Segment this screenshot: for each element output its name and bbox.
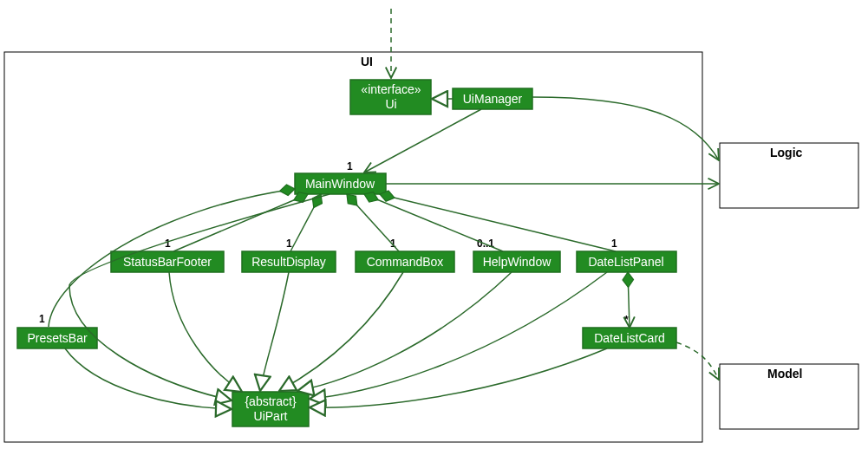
class-ui-part: {abstract} UiPart <box>232 392 309 426</box>
edge-helpwindow-to-uipart <box>297 272 512 391</box>
edge-mainwindow-has-resultdisplay <box>290 194 321 251</box>
class-result-display-name: ResultDisplay <box>251 255 326 269</box>
edge-resultdisplay-to-uipart <box>260 272 289 391</box>
class-date-list-panel-name: DateListPanel <box>588 255 663 269</box>
class-ui-name: Ui <box>385 97 396 111</box>
class-ui-part-stereotype: {abstract} <box>245 394 296 408</box>
class-help-window-name: HelpWindow <box>483 255 551 269</box>
class-ui-stereotype: «interface» <box>361 82 421 96</box>
class-ui-manager-name: UiManager <box>463 92 523 106</box>
mult-help-window: 0..1 <box>477 238 494 250</box>
class-command-box-name: CommandBox <box>367 255 444 269</box>
mult-main-window: 1 <box>347 160 353 172</box>
edge-uimanager-to-mainwindow <box>364 109 481 172</box>
class-status-bar-footer-name: StatusBarFooter <box>123 255 212 269</box>
edge-mainwindow-has-helpwindow <box>364 194 503 251</box>
edge-uimanager-to-logic <box>532 97 719 160</box>
class-date-list-card-name: DateListCard <box>594 331 665 345</box>
class-ui-manager: UiManager <box>453 88 532 109</box>
edge-datelistcard-to-uipart <box>310 348 607 407</box>
class-main-window-name: MainWindow <box>305 177 375 191</box>
mult-presets-bar: 1 <box>39 313 45 325</box>
edge-presetsbar-to-uipart <box>65 348 232 409</box>
class-date-list-panel: DateListPanel <box>577 251 676 272</box>
package-ui-label: UI <box>361 55 373 68</box>
class-help-window: HelpWindow <box>473 251 560 272</box>
mult-status-bar: 1 <box>165 238 171 250</box>
mult-date-list-card: * <box>624 314 629 326</box>
class-presets-bar: PresetsBar <box>17 328 97 348</box>
mult-result-display: 1 <box>286 238 292 250</box>
class-status-bar-footer: StatusBarFooter <box>111 251 224 272</box>
package-logic-label: Logic <box>770 146 803 159</box>
edge-mainwindow-has-datelistpanel <box>380 194 616 251</box>
class-presets-bar-name: PresetsBar <box>27 331 88 345</box>
class-ui-interface: «interface» Ui <box>350 80 431 114</box>
package-model-label: Model <box>767 367 802 381</box>
edge-mainwindow-has-commandbox <box>347 194 399 251</box>
mult-date-list-panel: 1 <box>611 238 617 250</box>
edge-commandbox-to-uipart <box>279 272 403 391</box>
class-date-list-card: DateListCard <box>583 328 676 348</box>
class-command-box: CommandBox <box>356 251 454 272</box>
class-main-window: MainWindow <box>295 173 386 194</box>
edge-statusbarfooter-to-uipart <box>169 272 242 392</box>
edge-mainwindow-to-uipart <box>69 194 330 400</box>
edge-datelistcard-to-model <box>676 342 719 380</box>
class-result-display: ResultDisplay <box>242 251 336 272</box>
class-ui-part-name: UiPart <box>254 409 288 423</box>
